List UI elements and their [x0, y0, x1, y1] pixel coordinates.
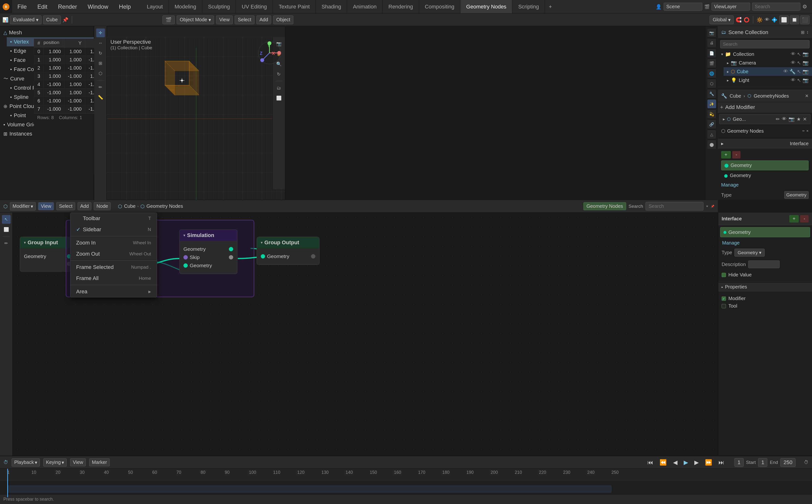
view-layer-input[interactable]	[711, 3, 750, 11]
node-annotate-tool[interactable]: ✏	[2, 239, 11, 248]
select-icon[interactable]: ↖	[797, 51, 801, 57]
add-modifier-label[interactable]: Add Modifier	[725, 104, 755, 110]
next-frame-btn[interactable]: ⏩	[703, 458, 714, 467]
manage-btn[interactable]: Manage	[721, 181, 809, 189]
gn-geo-chip[interactable]: ⬤ Geometry	[720, 227, 810, 237]
gn-name-chip[interactable]: Geometry Nodes	[583, 202, 626, 210]
dd-zoom-in[interactable]: Zoom In Wheel In	[70, 237, 157, 248]
dd-frame-all[interactable]: Frame All Home	[70, 273, 157, 284]
start-frame-input[interactable]: 1	[758, 458, 767, 467]
view-btn[interactable]: View	[216, 15, 233, 24]
object-name-btn[interactable]: Cube	[43, 15, 61, 24]
gn-view-btn[interactable]: View	[38, 202, 54, 210]
editor-type-icon[interactable]: 📊	[2, 17, 8, 23]
add-socket-btn[interactable]: +	[721, 151, 731, 158]
next-keyframe-btn[interactable]: ▶	[692, 458, 701, 467]
light-item[interactable]: ▸ 💡 Light 👁 ↖ 📷	[724, 76, 812, 85]
proportional-icon[interactable]: ⭕	[744, 17, 750, 23]
rotate-tool[interactable]: ↻	[96, 49, 105, 58]
light-eye-icon[interactable]: 👁	[791, 77, 796, 83]
data-props-btn[interactable]: △	[707, 130, 716, 139]
edit-menu[interactable]: Edit	[32, 0, 53, 13]
prev-frame-btn[interactable]: ⏪	[658, 458, 669, 467]
type-select[interactable]: Geometry	[784, 191, 809, 199]
gn-node-btn[interactable]: Node	[94, 202, 111, 210]
interface-panel-header[interactable]: ▸ Interface	[718, 139, 812, 149]
render-preview-icon[interactable]: 🔆	[757, 17, 763, 23]
gn-type-select[interactable]: Geometry ▾	[734, 249, 765, 257]
go-extra-socket[interactable]	[311, 254, 315, 259]
view-layer-props-btn[interactable]: 📄	[707, 49, 716, 58]
group-output-node[interactable]: ▾ Group Output Geometry	[257, 237, 319, 265]
world-props-btn[interactable]: 🌐	[707, 69, 716, 78]
scene-collection-item[interactable]: ▾ 📁 Collection 👁 ↖ 📷	[718, 50, 812, 58]
render-icon[interactable]: 📷	[803, 51, 809, 57]
scene-props-btn[interactable]: 🎬	[707, 59, 716, 68]
breadcrumb-close-icon[interactable]: ✕	[805, 94, 809, 98]
gn-pin-icon[interactable]: 📌	[711, 205, 714, 208]
gn-close-icon[interactable]: ✕	[706, 205, 708, 208]
mesh-section[interactable]: △ Mesh	[0, 28, 94, 37]
remove-socket-btn[interactable]: -	[732, 151, 741, 158]
node-select-tool[interactable]: ↖	[2, 215, 11, 224]
gi-chevron[interactable]: ▾	[24, 241, 26, 245]
tab-animation[interactable]: Animation	[347, 0, 383, 13]
gn-sidebar-manage-btn[interactable]: Manage	[722, 239, 739, 247]
eye-icon[interactable]: 👁	[791, 51, 796, 57]
dd-toolbar[interactable]: ✓ Toolbar T	[70, 213, 157, 224]
modifier-props-btn[interactable]: 🔧	[707, 89, 716, 98]
filter-icon[interactable]: ⊞	[801, 30, 805, 35]
add-workspace-button[interactable]: +	[545, 4, 556, 10]
tab-rendering[interactable]: Rendering	[383, 0, 419, 13]
prev-keyframe-btn[interactable]: ◀	[671, 458, 679, 467]
add-mod-plus-icon[interactable]: +	[720, 104, 723, 110]
end-frame-input[interactable]: 250	[780, 458, 796, 467]
tab-modeling[interactable]: Modeling	[169, 0, 202, 13]
sr-geo-out-socket[interactable]	[183, 263, 188, 268]
go-chevron[interactable]: ▾	[261, 241, 262, 245]
geometry-sub-item[interactable]: ⬤ Geometry	[721, 171, 809, 180]
global-search-input[interactable]	[752, 3, 800, 11]
evaluated-btn[interactable]: Evaluated ▾	[10, 15, 42, 24]
light-sel-icon[interactable]: ↖	[797, 77, 801, 83]
sr-skip-socket[interactable]	[183, 255, 188, 259]
pin-icon[interactable]: 📌	[62, 17, 68, 23]
mod-close-icon[interactable]: ✕	[803, 116, 807, 122]
cube-sel-icon[interactable]: ↖	[797, 69, 801, 74]
gn-add-btn[interactable]: Add	[78, 202, 92, 210]
move-tool[interactable]: ↔	[96, 39, 105, 47]
render-mode-btn[interactable]: ⬛	[800, 15, 810, 24]
window-menu[interactable]: Window	[82, 0, 114, 13]
gn-mod-cb[interactable]: ✓	[722, 296, 726, 301]
render-menu[interactable]: Render	[53, 0, 82, 13]
scene-name-input[interactable]	[664, 3, 702, 11]
rotate-view-btn[interactable]: ↻	[275, 70, 283, 79]
tab-sculpting[interactable]: Sculpting	[202, 0, 236, 13]
measure-tool[interactable]: 📏	[96, 93, 105, 102]
gn-sidebar-remove-btn[interactable]: -	[800, 215, 809, 223]
gn-close-icon[interactable]: ✕	[806, 129, 809, 133]
gn-tool-cb[interactable]	[722, 304, 726, 308]
playback-btn[interactable]: Playback ▾	[12, 458, 40, 467]
mod-edit-icon[interactable]: ✏	[776, 116, 780, 122]
cam-eye-icon[interactable]: 👁	[791, 60, 796, 66]
cam-sel-icon[interactable]: ↖	[797, 60, 801, 66]
select-btn[interactable]: Select	[235, 15, 254, 24]
help-menu[interactable]: Help	[114, 0, 136, 13]
physics-props-btn[interactable]: 💫	[707, 110, 716, 118]
tab-geometry-nodes[interactable]: Geometry Nodes	[460, 0, 512, 13]
outliner-search-input[interactable]	[720, 40, 810, 48]
marker-btn[interactable]: Marker	[89, 458, 109, 466]
annotate-tool[interactable]: ✏	[96, 83, 105, 92]
snap-icon[interactable]: 🧲	[736, 17, 742, 23]
last-frame-btn[interactable]: ⏭	[717, 458, 726, 467]
global-btn[interactable]: Global ▾	[710, 15, 734, 24]
particles-props-btn[interactable]: ✨	[707, 100, 716, 108]
gn-select-btn[interactable]: Select	[56, 202, 75, 210]
mod-eye-icon[interactable]: 👁	[782, 116, 787, 122]
constraints-props-btn[interactable]: 🔗	[707, 120, 716, 129]
cube-eye-icon[interactable]: 👁	[783, 69, 788, 74]
sim-right-node[interactable]: ▾ Simulation Geometry Skip Geometry	[179, 230, 237, 274]
scale-tool[interactable]: ⊞	[96, 59, 105, 68]
object-btn[interactable]: Object	[273, 15, 293, 24]
